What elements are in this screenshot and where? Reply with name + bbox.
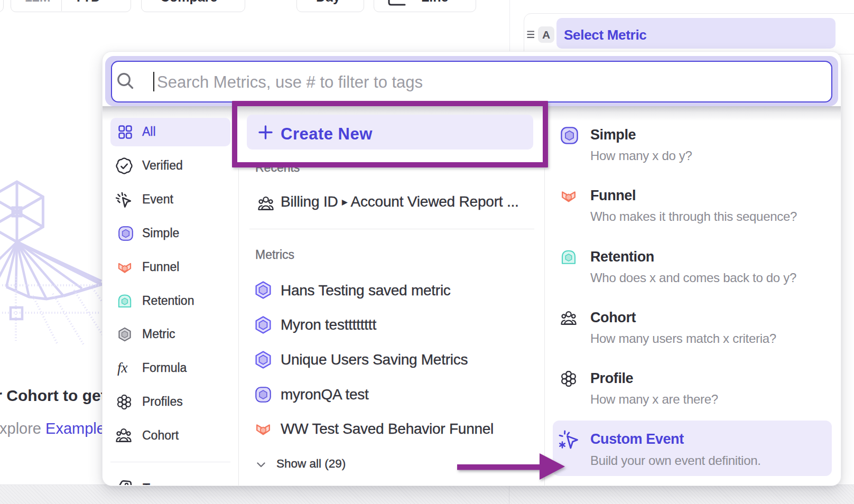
svg-text:fx: fx xyxy=(117,361,128,376)
